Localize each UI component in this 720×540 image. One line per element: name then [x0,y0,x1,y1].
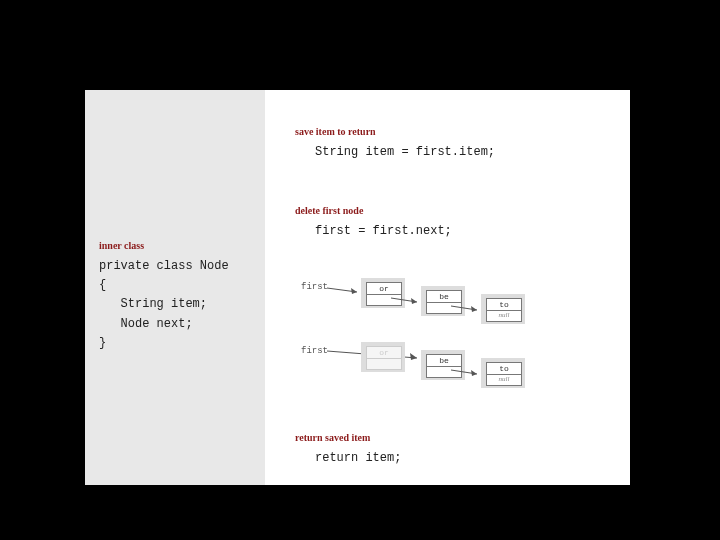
left-panel: inner class private class Node { String … [85,90,265,485]
svg-marker-9 [471,370,477,376]
section-delete: delete first node first = first.next; [295,205,452,241]
first-label: first [301,346,328,356]
inner-class-title: inner class [99,240,229,251]
delete-code: first = first.next; [315,222,452,241]
first-label: first [301,282,328,292]
delete-title: delete first node [295,205,452,216]
svg-marker-7 [410,353,417,360]
section-save: save item to return String item = first.… [295,126,495,162]
svg-marker-3 [411,298,417,304]
inner-class-code: private class Node { String item; Node n… [99,257,229,353]
svg-marker-5 [471,306,477,312]
svg-marker-1 [351,288,357,294]
return-code: return item; [315,449,401,468]
arrow-icon [327,284,363,294]
arrow-icon [391,296,423,306]
slide: inner class private class Node { String … [85,90,630,485]
save-title: save item to return [295,126,495,137]
save-code: String item = first.item; [315,143,495,162]
right-panel: save item to return String item = first.… [265,90,630,485]
arrow-icon [451,368,483,378]
return-title: return saved item [295,432,401,443]
section-return: return saved item return item; [295,432,401,468]
node-box-deleted: or [361,342,405,372]
node-box: tonull [481,294,525,324]
node-box: tonull [481,358,525,388]
arrow-icon [451,304,483,314]
